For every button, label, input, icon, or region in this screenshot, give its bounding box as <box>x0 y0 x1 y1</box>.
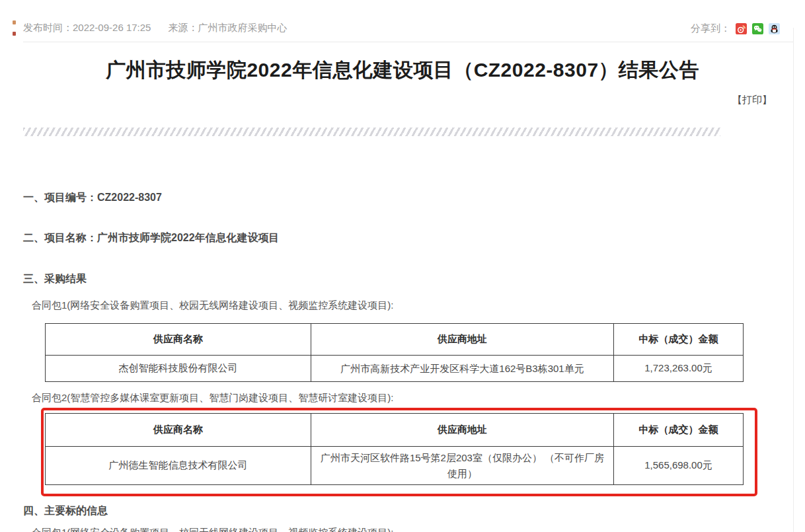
weibo-share-icon[interactable] <box>736 23 747 34</box>
package-1-caption: 合同包1(网络安全设备购置项目、校园无线网络建设项目、视频监控系统建设项目): <box>32 299 394 312</box>
table-row: 广州德生智能信息技术有限公司 广州市天河区软件路15号第2层203室（仅限办公）… <box>46 447 744 485</box>
wechat-share-icon[interactable] <box>752 23 763 34</box>
header-award-amount: 中标（成交）金额 <box>614 324 744 356</box>
hatch-divider <box>23 128 720 136</box>
print-button[interactable]: 【打印】 <box>732 94 772 106</box>
publish-time-label: 发布时间： <box>23 22 73 33</box>
header-supplier-name: 供应商名称 <box>46 324 311 356</box>
cell-supplier-name: 杰创智能科技股份有限公司 <box>46 356 311 382</box>
table-header-row: 供应商名称 供应商地址 中标（成交）金额 <box>46 414 744 447</box>
qq-share-icon[interactable] <box>769 23 780 34</box>
cell-award-amount: 1,565,698.00元 <box>614 447 744 485</box>
header-supplier-address: 供应商地址 <box>311 414 614 447</box>
source-value: 广州市政府采购中心 <box>198 22 287 33</box>
publish-time-value: 2022-09-26 17:25 <box>73 22 151 33</box>
page-title: 广州市技师学院2022年信息化建设项目（CZ2022-8307）结果公告 <box>9 57 796 84</box>
meta-divider <box>23 42 793 42</box>
result-table-package-1: 供应商名称 供应商地址 中标（成交）金额 杰创智能科技股份有限公司 广州市高新技… <box>45 323 744 382</box>
page: 发布时间：2022-09-26 17:25来源：广州市政府采购中心 分享到： 广… <box>0 0 805 532</box>
left-edge-artifact <box>13 20 16 24</box>
publish-info: 发布时间：2022-09-26 17:25来源：广州市政府采购中心 <box>23 22 287 34</box>
cell-supplier-address: 广州市天河区软件路15号第2层203室（仅限办公） （不可作厂房使用） <box>311 447 614 485</box>
share-label: 分享到： <box>691 22 730 35</box>
share-bar: 分享到： <box>691 22 780 35</box>
header-supplier-address: 供应商地址 <box>311 324 614 356</box>
cell-award-amount: 1,723,263.00元 <box>614 356 744 382</box>
header-award-amount: 中标（成交）金额 <box>614 414 744 447</box>
left-edge-artifact <box>13 32 16 36</box>
package-2-caption: 合同包2(智慧管控多媒体课室更新项目、智慧门岗建设项目、智慧研讨室建设项目): <box>32 392 394 404</box>
right-page-border <box>793 28 794 532</box>
table-row: 杰创智能科技股份有限公司 广州市高新技术产业开发区科学大道162号B3栋301单… <box>46 356 744 382</box>
cell-supplier-name: 广州德生智能信息技术有限公司 <box>46 447 311 485</box>
section-project-number: 一、项目编号：CZ2022-8307 <box>23 191 162 205</box>
section-project-name: 二、项目名称：广州市技师学院2022年信息化建设项目 <box>23 231 280 245</box>
cell-supplier-address: 广州市高新技术产业开发区科学大道162号B3栋301单元 <box>311 356 614 382</box>
header-supplier-name: 供应商名称 <box>46 414 311 447</box>
clipped-package-caption: 合同包1(网络安全设备购置项目、校园无线网络建设项目、视频监控系统建设项目): <box>32 527 394 532</box>
result-table-package-2: 供应商名称 供应商地址 中标（成交）金额 广州德生智能信息技术有限公司 广州市天… <box>45 413 744 485</box>
table-header-row: 供应商名称 供应商地址 中标（成交）金额 <box>46 324 744 356</box>
section-procurement-result: 三、采购结果 <box>23 272 87 286</box>
source-label: 来源： <box>168 22 198 33</box>
meta-bar: 发布时间：2022-09-26 17:25来源：广州市政府采购中心 分享到： <box>0 0 805 42</box>
section-main-subject: 四、主要标的信息 <box>23 504 108 518</box>
